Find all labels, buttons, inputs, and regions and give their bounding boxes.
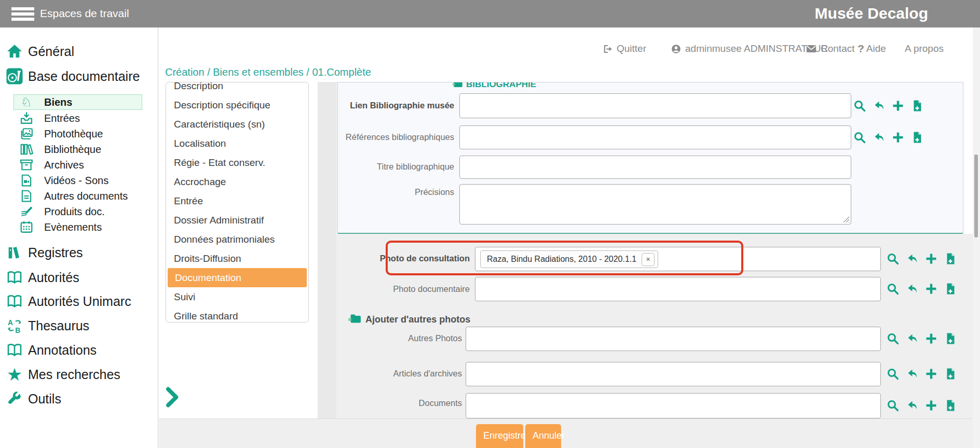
- lien-bibliographie-input[interactable]: [459, 93, 851, 118]
- add-icon[interactable]: [925, 332, 937, 345]
- sidebar-item-general[interactable]: Général: [0, 40, 158, 62]
- sidebar-item-thesaurus[interactable]: AB Thesaurus: [0, 315, 158, 337]
- sidebar-item-autres-documents[interactable]: Autres documents: [0, 188, 158, 204]
- undo-icon[interactable]: [906, 253, 918, 265]
- sidebar-item-evenements[interactable]: Evènements: [0, 219, 158, 235]
- add-file-icon[interactable]: [944, 399, 957, 412]
- section-item[interactable]: Suivi: [167, 287, 307, 306]
- about-label: A propos: [905, 43, 944, 54]
- about-link[interactable]: A propos: [905, 43, 944, 55]
- star-icon: ★: [5, 365, 24, 384]
- add-icon[interactable]: [892, 131, 904, 144]
- add-icon[interactable]: [925, 368, 937, 380]
- sidebar-item-mes-recherches[interactable]: ★ Mes recherches: [0, 363, 158, 385]
- add-icon[interactable]: [925, 253, 937, 265]
- articles-archives-input[interactable]: [466, 362, 881, 386]
- titre-bibliographique-input[interactable]: [459, 156, 851, 179]
- add-file-icon[interactable]: [944, 283, 957, 295]
- app-brand-title: Musée Decalog: [815, 5, 928, 22]
- add-icon[interactable]: [892, 100, 904, 112]
- search-icon[interactable]: [853, 100, 866, 112]
- section-item[interactable]: Données patrimoniales: [167, 230, 307, 249]
- contact-link[interactable]: Contact: [806, 43, 854, 55]
- undo-icon[interactable]: [906, 332, 918, 345]
- add-file-icon[interactable]: [944, 332, 957, 345]
- video-document-icon: [19, 174, 33, 188]
- add-icon[interactable]: [925, 283, 937, 295]
- sidebar-item-label: Outils: [28, 391, 61, 407]
- undo-icon[interactable]: [873, 131, 885, 144]
- add-file-icon[interactable]: [911, 100, 923, 112]
- undo-icon[interactable]: [873, 100, 885, 112]
- user-menu[interactable]: adminmusee ADMINSTRATEUR: [671, 43, 828, 55]
- sidebar-item-outils[interactable]: Outils: [0, 388, 158, 410]
- open-book-icon: [5, 341, 24, 359]
- help-link[interactable]: ? Aide: [857, 43, 886, 55]
- section-item[interactable]: Caractéristiques (sn): [167, 115, 307, 134]
- registers-books-icon: [5, 243, 24, 262]
- section-item[interactable]: Dossier Administratif: [167, 211, 307, 230]
- add-file-icon[interactable]: [911, 131, 923, 144]
- field-label-articles-archives: Articles d'archives: [336, 369, 462, 379]
- sidebar-item-phototheque[interactable]: Photothèque: [0, 126, 158, 142]
- envelope-icon: [806, 43, 817, 54]
- undo-icon[interactable]: [906, 399, 918, 412]
- documents-input[interactable]: [466, 393, 881, 418]
- sidebar-item-base-documentaire[interactable]: Base documentaire: [0, 65, 158, 87]
- sidebar-item-bibliotheque[interactable]: Bibliothèque: [0, 142, 158, 157]
- cancel-button[interactable]: Annuler: [525, 424, 561, 448]
- search-icon[interactable]: [887, 368, 899, 380]
- add-file-icon[interactable]: [944, 253, 957, 265]
- quit-link[interactable]: Quitter: [602, 43, 646, 55]
- sidebar-item-archives[interactable]: Archives: [0, 157, 158, 173]
- svg-text:A: A: [8, 319, 13, 327]
- references-bibliographiques-input[interactable]: [459, 125, 851, 149]
- vertical-scrollbar[interactable]: [973, 27, 980, 448]
- search-icon[interactable]: [887, 283, 899, 295]
- ajouter-photos-title: Ajouter d'autres photos: [365, 314, 470, 325]
- section-item[interactable]: Description: [167, 82, 307, 95]
- scrollbar-thumb[interactable]: [974, 155, 978, 237]
- precisions-textarea[interactable]: [459, 184, 851, 225]
- top-bar: Espaces de travail Musée Decalog: [0, 0, 980, 27]
- photo-documentaire-input[interactable]: [475, 277, 881, 301]
- sidebar-item-autorites-unimarc[interactable]: Autorités Unimarc: [0, 290, 158, 312]
- search-icon[interactable]: [887, 332, 899, 345]
- expand-panel-chevron-icon[interactable]: [163, 386, 181, 411]
- sidebar-item-videos-sons[interactable]: Vidéos - Sons: [0, 173, 158, 188]
- breadcrumb: Création / Biens et ensembles / 01.Compl…: [165, 66, 371, 78]
- undo-icon[interactable]: [906, 368, 918, 380]
- sidebar-item-registres[interactable]: Registres: [0, 242, 158, 263]
- section-item[interactable]: Localisation: [167, 134, 307, 153]
- sidebar-item-biens[interactable]: ♘ Biens: [13, 94, 142, 110]
- bibliographie-header: BIBLIOGRAPHIE: [452, 82, 536, 91]
- sidebar-item-label: Annotations: [28, 343, 97, 358]
- add-file-icon[interactable]: [944, 368, 957, 380]
- save-button[interactable]: Enregistrer: [476, 424, 523, 448]
- section-item[interactable]: Entrée: [167, 191, 307, 211]
- artifact-knight-icon: ♘: [19, 95, 33, 109]
- section-item[interactable]: Régie - Etat conserv.: [167, 153, 307, 172]
- field-actions: [887, 368, 957, 380]
- sidebar-item-autorites[interactable]: Autorités: [0, 267, 158, 288]
- undo-icon[interactable]: [906, 283, 918, 295]
- sidebar-item-entrees[interactable]: Entrées: [0, 110, 158, 126]
- search-icon[interactable]: [853, 131, 866, 144]
- home-icon: [5, 42, 24, 61]
- autres-photos-input[interactable]: [466, 327, 881, 351]
- section-item[interactable]: Description spécifique: [167, 95, 307, 115]
- folder-icon: [452, 82, 463, 91]
- section-item[interactable]: Grille standard: [167, 306, 307, 323]
- chip-remove-button[interactable]: ×: [642, 253, 655, 266]
- hamburger-menu-icon[interactable]: [11, 7, 34, 21]
- search-icon[interactable]: [887, 399, 899, 412]
- add-icon[interactable]: [925, 399, 937, 412]
- workspace-title: Espaces de travail: [40, 7, 129, 20]
- section-item[interactable]: Droits-Diffusion: [167, 249, 307, 268]
- bibliographie-title: BIBLIOGRAPHIE: [466, 82, 536, 90]
- search-icon[interactable]: [887, 253, 899, 265]
- section-item-active[interactable]: Documentation: [168, 268, 307, 287]
- sidebar-item-annotations[interactable]: Annotations: [0, 339, 158, 361]
- sidebar-item-produits-doc[interactable]: Produits doc.: [0, 204, 158, 219]
- section-item[interactable]: Accrochage: [167, 172, 307, 191]
